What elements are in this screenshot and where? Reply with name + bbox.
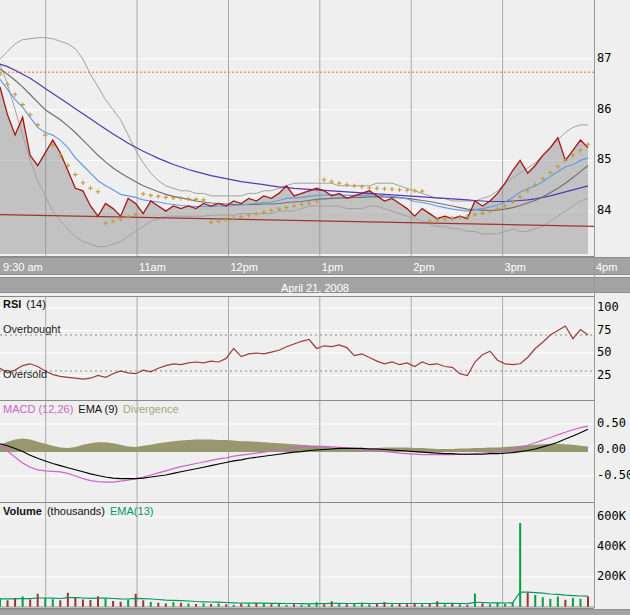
macd-title-ema: EMA (9) (78, 403, 118, 415)
y-axis-tick: 84 (597, 203, 611, 217)
time-axis-bar: 9:30 am11am12pm1pm2pm3pm4pm (0, 257, 630, 275)
volume-title-units: (thousands) (47, 505, 105, 517)
rsi-title: RSI(14) (3, 298, 46, 310)
y-axis-tick: 100 (597, 300, 619, 314)
y-axis-tick: 50 (597, 345, 611, 359)
macd-title-divergence: Divergence (123, 403, 179, 415)
stock-chart: 9:30 am11am12pm1pm2pm3pm4pm April 21, 20… (0, 0, 630, 615)
y-axis-tick: 87 (597, 51, 611, 65)
y-axis-tick: 200K (597, 569, 626, 583)
price-panel (0, 0, 595, 257)
rsi-panel (0, 296, 595, 401)
y-axis-tick: -0.50 (597, 468, 630, 482)
y-axis-tick: 0.50 (597, 416, 626, 430)
y-axis-tick: 85 (597, 152, 611, 166)
y-axis-tick: 600K (597, 509, 626, 523)
y-axis-tick: 75 (597, 323, 611, 337)
time-axis-label: 4pm (596, 259, 617, 275)
time-axis-label: 1pm (322, 259, 343, 275)
date-label: April 21, 2008 (281, 282, 349, 294)
macd-title-macd: MACD (12,26) (3, 403, 73, 415)
y-axis-tick: 400K (597, 539, 626, 553)
rsi-title-name: RSI (3, 298, 21, 310)
volume-title-ema: EMA(13) (110, 505, 153, 517)
macd-panel (0, 401, 595, 503)
macd-title: MACD (12,26)EMA (9)Divergence (3, 403, 179, 415)
bottom-strip (0, 609, 630, 615)
volume-panel (0, 503, 595, 609)
time-axis-label: 11am (139, 259, 166, 275)
y-axis-tick: 25 (597, 368, 611, 382)
oversold-label: Oversold (3, 368, 47, 380)
time-axis-label: 9:30 am (3, 259, 43, 275)
time-axis-label: 12pm (231, 259, 259, 275)
volume-title-name: Volume (3, 505, 42, 517)
overbought-label: Overbought (3, 323, 60, 335)
time-axis-label: 2pm (413, 259, 434, 275)
volume-title: Volume(thousands)EMA(13) (3, 505, 153, 517)
time-axis-label: 3pm (505, 259, 526, 275)
y-axis-tick: 0.00 (597, 442, 626, 456)
y-axis-tick: 86 (597, 102, 611, 116)
plot-right-border (594, 0, 595, 608)
rsi-title-args: (14) (26, 298, 46, 310)
date-bar: April 21, 2008 (0, 277, 630, 293)
